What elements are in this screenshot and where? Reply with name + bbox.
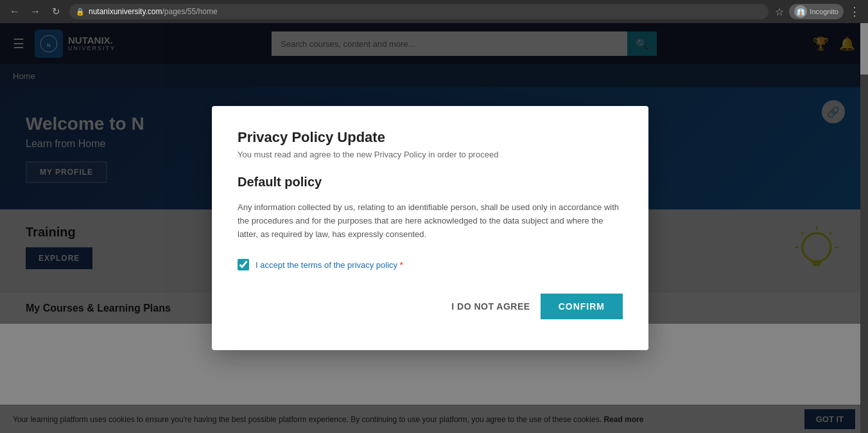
incognito-label: Incognito <box>810 8 838 15</box>
url-text: nutanixuniversity.com/pages/55/home <box>89 7 218 16</box>
scrollbar[interactable] <box>860 23 868 433</box>
incognito-avatar: 👔 <box>794 5 807 18</box>
modal-actions: I DO NOT AGREE CONFIRM <box>238 294 623 319</box>
reload-button[interactable]: ↻ <box>49 4 63 19</box>
required-star: * <box>400 260 403 270</box>
browser-menu-button[interactable]: ⋮ <box>849 4 860 19</box>
forward-button[interactable]: → <box>28 4 42 19</box>
confirm-button[interactable]: CONFIRM <box>541 294 623 319</box>
privacy-policy-modal: Privacy Policy Update You must read and … <box>212 106 648 350</box>
do-not-agree-button[interactable]: I DO NOT AGREE <box>451 301 530 312</box>
accept-checkbox-row: I accept the terms of the privacy policy… <box>238 259 623 270</box>
checkbox-label-text: I accept the terms of the privacy policy <box>256 260 397 270</box>
scrollbar-thumb[interactable] <box>860 23 868 75</box>
accept-checkbox[interactable] <box>238 259 249 270</box>
modal-overlay: Privacy Policy Update You must read and … <box>0 23 860 433</box>
bookmark-icon[interactable]: ☆ <box>775 6 784 18</box>
lock-icon: 🔒 <box>76 8 85 16</box>
modal-policy-text: Any information collected by us, relatin… <box>238 201 623 241</box>
modal-subtitle: You must read and agree to the new Priva… <box>238 150 623 159</box>
browser-chrome: ← → ↻ 🔒 nutanixuniversity.com/pages/55/h… <box>0 0 868 23</box>
browser-actions: ☆ 👔 Incognito ⋮ <box>775 4 860 19</box>
modal-policy-title: Default policy <box>238 175 623 190</box>
incognito-badge: 👔 Incognito <box>789 4 844 19</box>
back-button[interactable]: ← <box>8 4 22 19</box>
modal-title: Privacy Policy Update <box>238 129 623 146</box>
address-bar[interactable]: 🔒 nutanixuniversity.com/pages/55/home <box>69 4 768 19</box>
checkbox-label: I accept the terms of the privacy policy… <box>256 260 403 270</box>
